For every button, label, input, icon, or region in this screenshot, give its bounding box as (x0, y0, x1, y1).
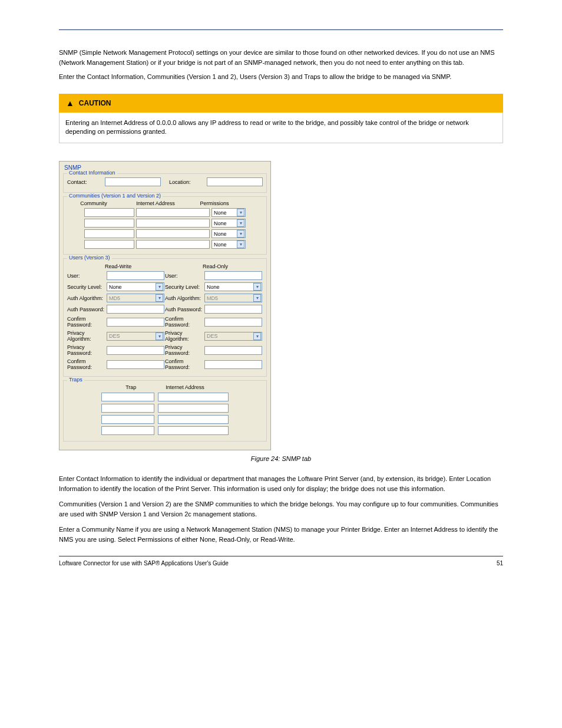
trap-input[interactable] (101, 404, 154, 413)
intro-para-1: SNMP (Simple Network Management Protocol… (59, 48, 503, 67)
security-label-ro: Security Level: (165, 284, 203, 290)
user-label-ro: User: (165, 273, 203, 279)
authpw-input-ro[interactable] (204, 305, 262, 314)
community-addr-input[interactable] (136, 240, 210, 249)
confirmpw-input-ro[interactable] (204, 318, 262, 327)
permissions-select[interactable]: None▾ (211, 219, 246, 228)
security-select[interactable]: None▾ (107, 282, 164, 291)
user-label: User: (67, 273, 105, 279)
authpw-input[interactable] (107, 305, 164, 314)
readonly-heading: Read-Only (165, 262, 263, 271)
communities-legend: Communities (Version 1 and Version 2) (67, 193, 163, 199)
confirmpw-input[interactable] (107, 318, 164, 327)
community-input[interactable] (84, 208, 134, 217)
communities-group: Communities (Version 1 and Version 2) Co… (63, 196, 267, 255)
authalg-label-ro: Auth Algorithm: (165, 295, 203, 301)
chevron-down-icon: ▾ (237, 230, 244, 238)
contact-legend: Contact Information (67, 170, 117, 176)
confirmpw2-input[interactable] (107, 360, 164, 369)
privalg-select: DES▾ (107, 332, 164, 341)
body-p2: Communities (Version 1 and Version 2) ar… (59, 499, 503, 519)
community-input[interactable] (84, 240, 134, 249)
intro-para-2: Enter the Contact Information, Communiti… (59, 72, 503, 82)
traps-group: Traps TrapInternet Address (63, 380, 267, 442)
body-p3: Enter a Community Name if you are using … (59, 525, 503, 544)
security-label: Security Level: (67, 284, 105, 290)
authpw-label: Auth Password: (67, 307, 105, 312)
caution-box: ▲CAUTION Entering an Internet Address of… (59, 94, 503, 144)
traps-legend: Traps (67, 377, 84, 383)
caution-text: Entering an Internet Address of 0.0.0.0 … (59, 113, 503, 144)
chevron-down-icon: ▾ (237, 219, 244, 227)
snmp-panel: SNMP Contact Information Contact: Locati… (59, 161, 271, 450)
trap-col2: Internet Address (166, 384, 204, 390)
footer-left: Loftware Connector for use with SAP® App… (59, 560, 229, 566)
privalg-label: Privacy Algorithm: (67, 330, 105, 342)
privpw-label-ro: Privacy Password: (165, 344, 203, 356)
col-internet-address: Internet Address (120, 200, 191, 206)
user-input[interactable] (107, 271, 164, 280)
confirmpw-label-ro: Confirm Password: (165, 316, 203, 328)
security-select-ro[interactable]: None▾ (204, 282, 262, 291)
user-input-ro[interactable] (204, 271, 262, 280)
community-input[interactable] (84, 219, 134, 228)
trap-addr-input[interactable] (158, 415, 229, 424)
community-input[interactable] (84, 229, 134, 238)
location-input[interactable] (207, 177, 263, 186)
confirmpw2-label-ro: Confirm Password: (165, 358, 203, 370)
permissions-select[interactable]: None▾ (211, 229, 246, 238)
privpw-label: Privacy Password: (67, 344, 105, 356)
permissions-select[interactable]: None▾ (211, 240, 246, 249)
users-group: Users (Version 3) Read-Write User: Secur… (63, 258, 267, 377)
chevron-down-icon: ▾ (253, 332, 261, 340)
trap-input[interactable] (101, 393, 154, 401)
chevron-down-icon: ▾ (156, 294, 163, 302)
chevron-down-icon: ▾ (253, 283, 261, 291)
caution-heading: CAUTION (79, 99, 111, 107)
warning-icon: ▲ (66, 98, 74, 108)
chevron-down-icon: ▾ (156, 332, 163, 340)
authalg-label: Auth Algorithm: (67, 295, 105, 301)
col-permissions: Permissions (191, 200, 238, 206)
trap-input[interactable] (101, 426, 154, 435)
authalg-select-ro: MD5▾ (204, 294, 262, 302)
community-addr-input[interactable] (136, 229, 210, 238)
community-addr-input[interactable] (136, 208, 210, 217)
chevron-down-icon: ▾ (237, 241, 244, 248)
confirmpw2-label: Confirm Password: (67, 358, 105, 370)
col-community: Community (67, 200, 120, 206)
location-label: Location: (169, 179, 204, 185)
confirmpw-label: Confirm Password: (67, 316, 105, 328)
permissions-select[interactable]: None▾ (211, 208, 246, 217)
users-legend: Users (Version 3) (67, 255, 112, 261)
confirmpw2-input-ro[interactable] (204, 360, 262, 369)
readwrite-heading: Read-Write (67, 262, 165, 271)
figure-caption: Figure 24: SNMP tab (59, 455, 503, 462)
trap-addr-input[interactable] (158, 404, 229, 413)
footer-right: 51 (497, 560, 503, 566)
authalg-select: MD5▾ (107, 294, 164, 302)
contact-input[interactable] (105, 177, 161, 186)
contact-label: Contact: (67, 179, 103, 185)
privalg-select-ro: DES▾ (204, 332, 262, 341)
body-p1: Enter Contact Information to identify th… (59, 474, 503, 493)
privpw-input[interactable] (107, 346, 164, 355)
trap-input[interactable] (101, 415, 154, 424)
chevron-down-icon: ▾ (156, 283, 163, 291)
chevron-down-icon: ▾ (253, 294, 261, 302)
community-addr-input[interactable] (136, 219, 210, 228)
trap-col1: Trap (125, 384, 136, 390)
privalg-label-ro: Privacy Algorithm: (165, 330, 203, 342)
contact-info-group: Contact Information Contact: Location: (63, 173, 267, 193)
trap-addr-input[interactable] (158, 426, 229, 435)
trap-addr-input[interactable] (158, 393, 229, 401)
authpw-label-ro: Auth Password: (165, 307, 203, 312)
chevron-down-icon: ▾ (237, 209, 244, 216)
privpw-input-ro[interactable] (204, 346, 262, 355)
